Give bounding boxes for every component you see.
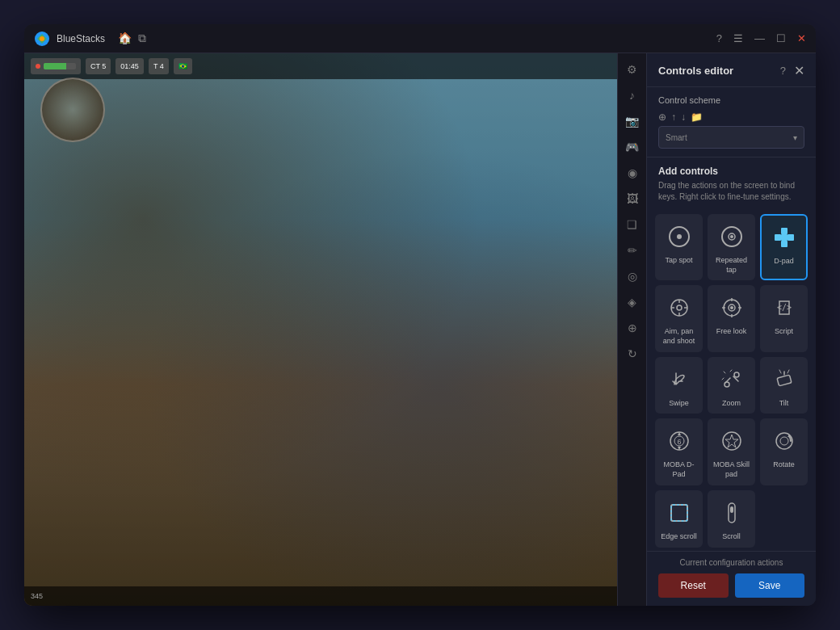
- panel-footer: Current configuration actions Reset Save: [647, 551, 816, 606]
- app-title: BlueStacks: [57, 33, 105, 44]
- tilt-label: Tilt: [779, 399, 789, 409]
- hud-score2: T 4: [149, 58, 169, 74]
- svg-point-4: [677, 234, 682, 239]
- svg-point-7: [730, 235, 733, 238]
- hud-timer: 01:45: [116, 58, 144, 74]
- svg-rect-11: [788, 234, 794, 241]
- scheme-icon-folder[interactable]: 📁: [691, 111, 703, 123]
- svg-rect-38: [671, 505, 687, 521]
- content-area: CT 5 01:45 T 4 🇧🇷 345: [24, 53, 816, 606]
- hud-health-fill: [44, 63, 66, 69]
- sidebar-icon-layers[interactable]: ❑: [621, 213, 644, 236]
- panel-header: Controls editor ? ✕: [647, 53, 816, 87]
- reset-button[interactable]: Reset: [658, 573, 729, 598]
- aim-pan-shoot-label: Aim, pan and shoot: [659, 327, 699, 346]
- hud-health: [31, 58, 81, 74]
- help-icon[interactable]: ?: [716, 33, 722, 44]
- control-free-look[interactable]: Free look: [708, 285, 755, 351]
- sidebar-icon-photo[interactable]: 🖼: [621, 187, 644, 210]
- d-pad-icon: [769, 222, 800, 253]
- maximize-button[interactable]: ☐: [776, 33, 786, 44]
- sidebar-icon-game[interactable]: 🎮: [621, 136, 644, 158]
- control-scroll[interactable]: Scroll: [708, 490, 755, 548]
- menu-icon[interactable]: ☰: [733, 33, 743, 44]
- control-d-pad[interactable]: D-pad: [760, 214, 808, 280]
- script-label: Script: [775, 327, 793, 337]
- sidebar-icon-camera[interactable]: 📷: [621, 110, 644, 132]
- panel-close-button[interactable]: ✕: [794, 63, 804, 78]
- panel-help-icon[interactable]: ?: [780, 65, 786, 77]
- save-button[interactable]: Save: [735, 573, 805, 598]
- sidebar-icon-user[interactable]: ◎: [621, 265, 644, 288]
- sidebar-icon-volume[interactable]: ♪: [621, 84, 644, 107]
- control-moba-d-pad[interactable]: 6 MOBA D-Pad: [655, 418, 703, 485]
- tap-spot-label: Tap spot: [665, 256, 692, 266]
- scheme-value: Smart: [666, 133, 687, 142]
- repeated-tap-label: Repeated tap: [712, 256, 751, 275]
- control-moba-skill-pad[interactable]: MOBA Skill pad: [708, 418, 755, 485]
- copy-icon[interactable]: ⧉: [138, 32, 146, 45]
- game-view: CT 5 01:45 T 4 🇧🇷 345: [24, 53, 617, 606]
- hud-bottom-text: 345: [31, 592, 43, 600]
- control-repeated-tap[interactable]: Repeated tap: [708, 214, 755, 280]
- controls-panel: Controls editor ? ✕ Control scheme ⊕ ↑ ↓…: [646, 53, 816, 606]
- hud-score1: CT 5: [86, 58, 111, 74]
- zoom-label: Zoom: [722, 399, 741, 409]
- svg-point-37: [780, 437, 788, 445]
- sidebar-right: ⚙ ♪ 📷 🎮 ◉ 🖼 ❑ ✏ ◎ ◈ ⊕ ↻: [617, 53, 646, 606]
- minimize-button[interactable]: —: [754, 33, 765, 44]
- scheme-icon-export[interactable]: ↑: [671, 111, 676, 123]
- scheme-row: ⊕ ↑ ↓ 📁: [658, 111, 804, 123]
- svg-text:</>: </>: [776, 303, 791, 312]
- zoom-icon: [716, 364, 747, 395]
- sidebar-icon-refresh[interactable]: ↻: [621, 342, 644, 365]
- home-icon[interactable]: 🏠: [118, 32, 132, 45]
- svg-rect-41: [730, 506, 733, 513]
- title-bar-nav: 🏠 ⧉: [118, 32, 146, 45]
- close-button[interactable]: ✕: [797, 33, 806, 44]
- moba-d-pad-icon: 6: [664, 426, 695, 456]
- game-scope: [40, 78, 105, 142]
- moba-skill-pad-icon: [716, 426, 747, 456]
- svg-rect-12: [781, 234, 788, 241]
- swipe-icon: [664, 364, 695, 395]
- control-zoom[interactable]: Zoom: [708, 357, 755, 414]
- edge-scroll-label: Edge scroll: [661, 532, 697, 542]
- controls-grid: Tap spot Repeated tap: [647, 208, 816, 551]
- control-script[interactable]: </> Script: [760, 285, 808, 351]
- sidebar-icon-pen[interactable]: ✏: [621, 239, 644, 262]
- control-edge-scroll[interactable]: Edge scroll: [655, 490, 703, 548]
- control-swipe[interactable]: Swipe: [655, 357, 703, 414]
- control-scheme-label: Control scheme: [658, 95, 804, 105]
- hud-health-dot: [36, 64, 40, 69]
- game-overlay: [24, 53, 617, 606]
- scheme-dropdown[interactable]: Smart ▾: [658, 126, 804, 149]
- control-aim-pan-shoot[interactable]: Aim, pan and shoot: [655, 285, 703, 351]
- repeated-tap-icon: [716, 221, 747, 252]
- add-controls-title: Add controls: [658, 166, 804, 177]
- svg-point-18: [677, 305, 682, 310]
- svg-point-29: [734, 372, 739, 377]
- svg-rect-10: [775, 234, 781, 241]
- control-rotate[interactable]: Rotate: [760, 418, 808, 485]
- game-hud-top: CT 5 01:45 T 4 🇧🇷: [24, 53, 617, 79]
- window-controls: ? ☰ — ☐ ✕: [716, 33, 806, 44]
- moba-skill-pad-label: MOBA Skill pad: [712, 460, 751, 479]
- control-tilt[interactable]: Tilt: [760, 357, 808, 414]
- free-look-icon: [716, 292, 747, 323]
- svg-rect-39: [671, 505, 687, 521]
- control-scheme-section: Control scheme ⊕ ↑ ↓ 📁 Smart ▾: [647, 87, 816, 158]
- scheme-icon-import[interactable]: ↓: [681, 111, 686, 123]
- control-tap-spot[interactable]: Tap spot: [655, 214, 703, 280]
- svg-text:6: 6: [677, 438, 681, 446]
- footer-label: Current configuration actions: [658, 558, 804, 567]
- sidebar-icon-db[interactable]: ⊕: [621, 317, 644, 339]
- sidebar-icon-settings[interactable]: ⚙: [621, 58, 644, 81]
- footer-buttons: Reset Save: [658, 573, 804, 598]
- tilt-icon: [769, 364, 800, 395]
- scheme-icon-new[interactable]: ⊕: [658, 111, 666, 123]
- app-window: BlueStacks 🏠 ⧉ ? ☰ — ☐ ✕: [24, 24, 816, 606]
- sidebar-icon-globe[interactable]: ◈: [621, 291, 644, 313]
- title-bar: BlueStacks 🏠 ⧉ ? ☰ — ☐ ✕: [24, 24, 816, 53]
- sidebar-icon-search[interactable]: ◉: [621, 162, 644, 184]
